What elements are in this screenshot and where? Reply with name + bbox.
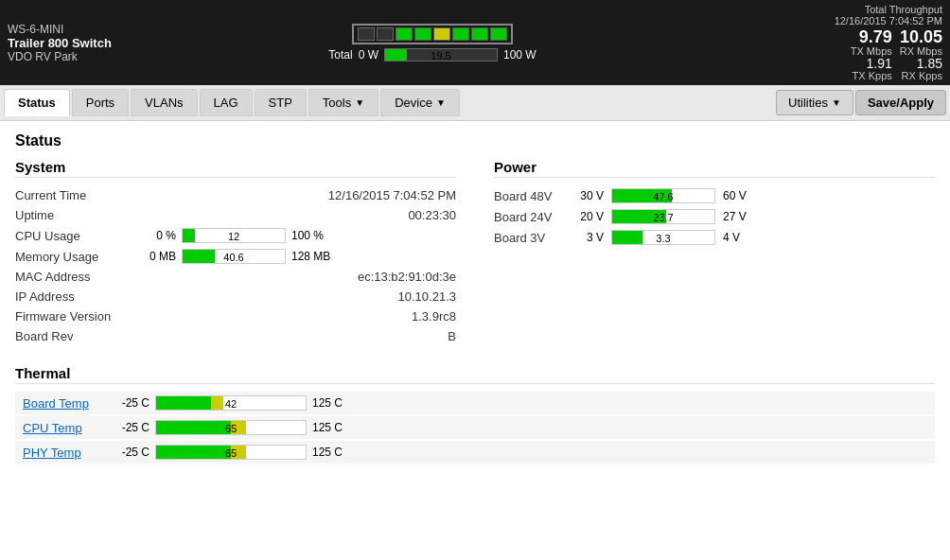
tx-mbps-value: 9.79 bbox=[851, 28, 892, 45]
memory-min: 0 MB bbox=[148, 250, 176, 263]
power-bar-row: Total 0 W 19.5 100 W bbox=[328, 48, 536, 61]
power-min-label: 0 W bbox=[359, 48, 378, 61]
uptime-label: Uptime bbox=[15, 208, 148, 222]
cpu-temp-val: 65 bbox=[156, 421, 306, 436]
tab-stp-label: STP bbox=[269, 96, 292, 110]
port-icon-8 bbox=[490, 27, 507, 41]
throughput-values: 9.79 TX Mbps 1.91 TX Kpps 10.05 RX Mbps … bbox=[851, 28, 942, 81]
tab-device[interactable]: Device ▼ bbox=[380, 89, 460, 116]
phy-temp-val: 65 bbox=[156, 446, 306, 461]
board-3v-bar: 3.3 bbox=[611, 230, 715, 245]
board-24v-bar: 23.7 bbox=[611, 209, 715, 224]
tab-status[interactable]: Status bbox=[4, 89, 70, 116]
board-3v-min: 3 V bbox=[577, 231, 604, 244]
board-temp-label[interactable]: Board Temp bbox=[23, 396, 108, 411]
utilities-label: Utilities bbox=[788, 96, 828, 110]
thermal-section: Thermal Board Temp -25 C 42 125 C CPU Te… bbox=[15, 365, 935, 464]
board-48v-row: Board 48V 30 V 47.6 60 V bbox=[494, 185, 935, 206]
header: WS-6-MINI Trailer 800 Switch VDO RV Park… bbox=[0, 0, 950, 85]
ip-row: IP Address 10.10.21.3 bbox=[15, 287, 456, 306]
phy-temp-max: 125 C bbox=[312, 446, 348, 459]
board-24v-max: 27 V bbox=[723, 210, 749, 223]
thermal-title: Thermal bbox=[15, 365, 935, 384]
header-center: Total 0 W 19.5 100 W bbox=[131, 24, 734, 61]
save-apply-label: Save/Apply bbox=[868, 96, 934, 110]
port-icon-2 bbox=[377, 27, 394, 41]
board-48v-val: 47.6 bbox=[612, 189, 714, 204]
uptime-value: 00:23:30 bbox=[148, 208, 456, 222]
port-indicator-bar bbox=[352, 24, 513, 44]
status-columns: System Current Time 12/16/2015 7:04:52 P… bbox=[15, 159, 935, 346]
cpu-temp-max: 125 C bbox=[312, 421, 348, 434]
port-icon-5 bbox=[433, 27, 450, 41]
rx-kbps-label: RX Kpps bbox=[900, 70, 942, 81]
utilities-arrow: ▼ bbox=[832, 97, 841, 108]
navbar: Status Ports VLANs LAG STP Tools ▼ Devic… bbox=[0, 85, 950, 121]
tab-stp[interactable]: STP bbox=[255, 89, 307, 116]
rx-mbps-value: 10.05 bbox=[900, 28, 942, 45]
save-apply-button[interactable]: Save/Apply bbox=[855, 90, 946, 115]
memory-bar-row: 0 MB 40.6 128 MB bbox=[148, 249, 339, 264]
cpu-label: CPU Usage bbox=[15, 229, 148, 243]
cpu-max: 100 % bbox=[291, 229, 339, 242]
port-icon-4 bbox=[414, 27, 431, 41]
tab-ports[interactable]: Ports bbox=[72, 89, 129, 116]
system-section: System Current Time 12/16/2015 7:04:52 P… bbox=[15, 159, 456, 346]
tab-lag[interactable]: LAG bbox=[200, 89, 253, 116]
device-model: WS-6-MINI bbox=[8, 23, 131, 36]
system-title: System bbox=[15, 159, 456, 178]
rx-mbps-col: 10.05 RX Mbps 1.85 RX Kpps bbox=[900, 28, 942, 81]
header-device-info: WS-6-MINI Trailer 800 Switch VDO RV Park bbox=[8, 23, 131, 63]
board-3v-label: Board 3V bbox=[494, 231, 570, 245]
tab-device-label: Device bbox=[395, 96, 432, 110]
firmware-label: Firmware Version bbox=[15, 309, 148, 324]
board-24v-row: Board 24V 20 V 23.7 27 V bbox=[494, 206, 935, 227]
tx-kbps-value: 1.91 bbox=[851, 57, 892, 70]
tab-vlans-label: VLANs bbox=[145, 96, 183, 110]
board-temp-row: Board Temp -25 C 42 125 C bbox=[15, 392, 935, 414]
firmware-value: 1.3.9rc8 bbox=[148, 309, 456, 324]
device-name: Trailer 800 Switch bbox=[8, 36, 131, 50]
header-throughput: Total Throughput 12/16/2015 7:04:52 PM 9… bbox=[734, 4, 942, 81]
current-time-value: 12/16/2015 7:04:52 PM bbox=[148, 188, 456, 202]
rx-kbps-value: 1.85 bbox=[900, 57, 942, 70]
cpu-temp-label[interactable]: CPU Temp bbox=[23, 421, 108, 435]
port-icon-1 bbox=[358, 27, 375, 41]
main-content: Status System Current Time 12/16/2015 7:… bbox=[0, 121, 950, 477]
status-section-title: Status bbox=[15, 132, 935, 149]
cpu-temp-min: -25 C bbox=[114, 421, 150, 434]
device-dropdown-arrow: ▼ bbox=[436, 97, 446, 108]
phy-temp-row: PHY Temp -25 C 65 125 C bbox=[15, 441, 935, 464]
tab-vlans[interactable]: VLANs bbox=[131, 89, 197, 116]
phy-temp-label[interactable]: PHY Temp bbox=[23, 446, 108, 460]
memory-progress-label: 40.6 bbox=[183, 250, 285, 265]
tab-tools-label: Tools bbox=[323, 96, 351, 110]
board-24v-val: 23.7 bbox=[612, 210, 714, 225]
board-48v-min: 30 V bbox=[577, 189, 604, 202]
current-time-row: Current Time 12/16/2015 7:04:52 PM bbox=[15, 185, 456, 205]
port-icon-3 bbox=[396, 27, 413, 41]
device-location: VDO RV Park bbox=[8, 50, 131, 63]
throughput-datetime: 12/16/2015 7:04:52 PM bbox=[835, 15, 942, 26]
power-title: Power bbox=[494, 159, 935, 178]
board-48v-max: 60 V bbox=[723, 189, 749, 202]
port-icon-7 bbox=[471, 27, 488, 41]
board-48v-label: Board 48V bbox=[494, 189, 570, 203]
board-temp-val: 42 bbox=[156, 396, 306, 411]
memory-max: 128 MB bbox=[291, 250, 339, 263]
tab-tools[interactable]: Tools ▼ bbox=[308, 89, 378, 116]
board-temp-min: -25 C bbox=[114, 396, 150, 410]
board-temp-max: 125 C bbox=[312, 396, 348, 410]
board-3v-val: 3.3 bbox=[612, 231, 714, 246]
mac-row: MAC Address ec:13:b2:91:0d:3e bbox=[15, 267, 456, 287]
port-icon-6 bbox=[452, 27, 469, 41]
board-24v-label: Board 24V bbox=[494, 210, 570, 224]
board-rev-label: Board Rev bbox=[15, 329, 148, 343]
memory-progress-bar: 40.6 bbox=[182, 249, 286, 264]
board-3v-max: 4 V bbox=[723, 231, 749, 244]
utilities-button[interactable]: Utilities ▼ bbox=[776, 90, 853, 115]
current-time-label: Current Time bbox=[15, 188, 148, 202]
phy-temp-min: -25 C bbox=[114, 446, 150, 459]
ip-label: IP Address bbox=[15, 289, 148, 304]
uptime-row: Uptime 00:23:30 bbox=[15, 205, 456, 225]
